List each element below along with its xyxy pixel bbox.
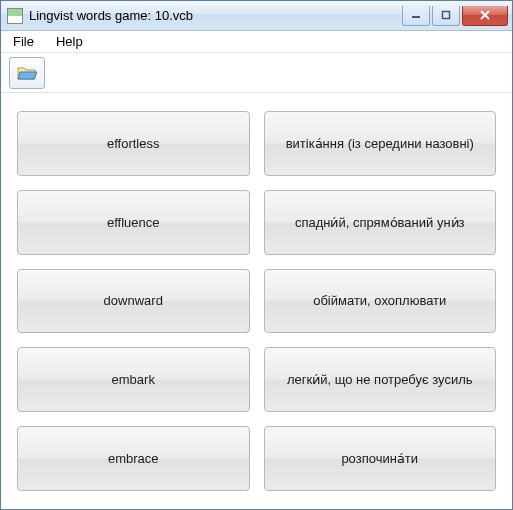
- game-board: effortless effluence downward embark emb…: [1, 93, 512, 509]
- translation-card[interactable]: розпочина́ти: [264, 426, 497, 491]
- app-window: Lingvist words game: 10.vcb File Help e: [0, 0, 513, 510]
- left-column: effortless effluence downward embark emb…: [17, 111, 250, 491]
- menubar: File Help: [1, 31, 512, 53]
- translation-text: спадни́й, спрямо́ваний уни́з: [295, 215, 465, 230]
- translation-card[interactable]: обіймати, охоплювати: [264, 269, 497, 334]
- translation-card[interactable]: витіка́ння (із середини назовні): [264, 111, 497, 176]
- word-card[interactable]: embrace: [17, 426, 250, 491]
- word-card[interactable]: effluence: [17, 190, 250, 255]
- word-text: downward: [104, 293, 163, 308]
- maximize-button[interactable]: [432, 6, 460, 26]
- word-card[interactable]: downward: [17, 269, 250, 334]
- svg-rect-1: [443, 12, 450, 19]
- word-card[interactable]: effortless: [17, 111, 250, 176]
- word-text: effortless: [107, 136, 160, 151]
- app-icon: [7, 8, 23, 24]
- close-icon: [479, 10, 491, 20]
- translation-card[interactable]: легки́й, що не потребує зусиль: [264, 347, 497, 412]
- word-text: embark: [112, 372, 155, 387]
- translation-text: легки́й, що не потребує зусиль: [287, 372, 473, 387]
- minimize-button[interactable]: [402, 6, 430, 26]
- open-file-icon: [17, 65, 37, 81]
- translation-card[interactable]: спадни́й, спрямо́ваний уни́з: [264, 190, 497, 255]
- translation-text: розпочина́ти: [341, 451, 418, 466]
- translation-text: обіймати, охоплювати: [313, 293, 446, 308]
- word-text: embrace: [108, 451, 159, 466]
- menu-file[interactable]: File: [9, 32, 38, 51]
- minimize-icon: [411, 10, 421, 20]
- word-card[interactable]: embark: [17, 347, 250, 412]
- word-text: effluence: [107, 215, 160, 230]
- menu-help[interactable]: Help: [52, 32, 87, 51]
- translation-text: витіка́ння (із середини назовні): [286, 136, 474, 151]
- window-title: Lingvist words game: 10.vcb: [29, 8, 402, 23]
- right-column: витіка́ння (із середини назовні) спадни́…: [264, 111, 497, 491]
- open-file-button[interactable]: [9, 57, 45, 89]
- close-button[interactable]: [462, 6, 508, 26]
- toolbar: [1, 53, 512, 93]
- titlebar: Lingvist words game: 10.vcb: [1, 1, 512, 31]
- window-controls: [402, 6, 508, 26]
- maximize-icon: [441, 10, 451, 20]
